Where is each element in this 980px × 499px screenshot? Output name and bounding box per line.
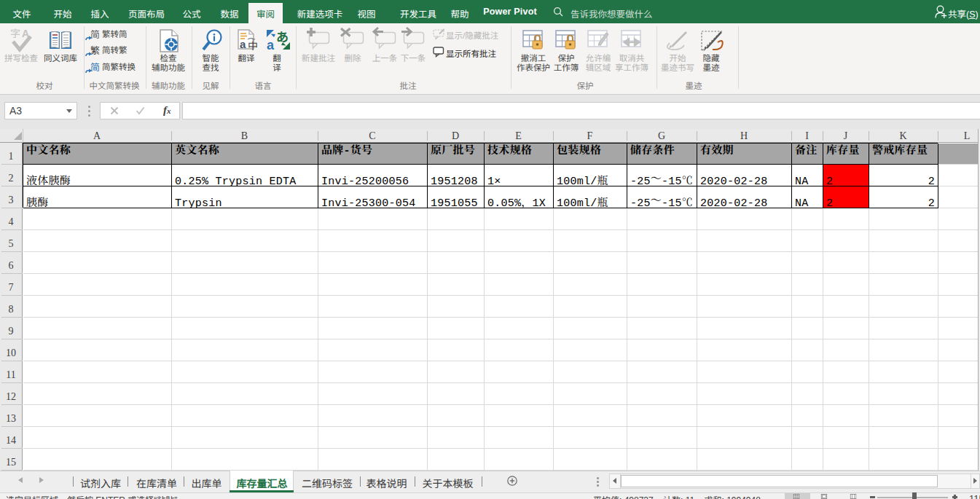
svg-text:a: a	[267, 38, 275, 52]
svg-text:中: 中	[248, 38, 258, 52]
svg-text:あ: あ	[276, 27, 289, 45]
svg-text:a: a	[240, 38, 246, 50]
